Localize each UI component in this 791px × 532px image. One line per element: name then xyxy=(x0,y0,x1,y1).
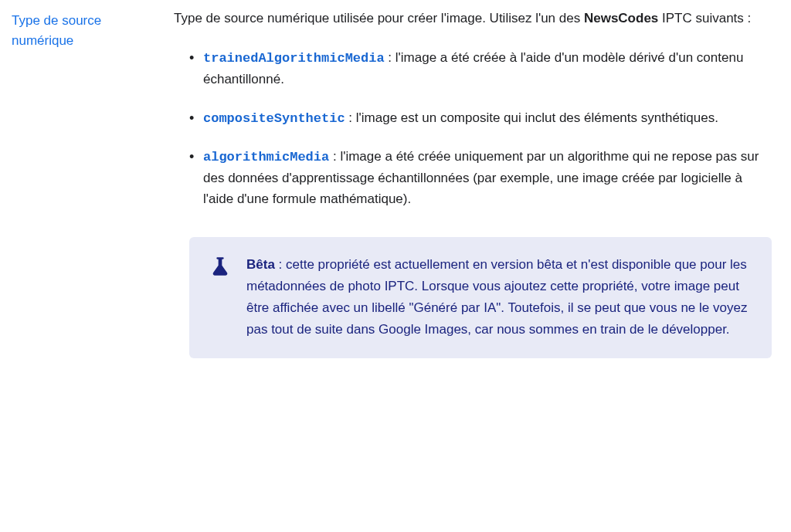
callout-label: Bêta xyxy=(246,257,275,272)
desc-bold-term: NewsCodes xyxy=(584,11,658,25)
value-code: compositeSynthetic xyxy=(203,111,345,126)
flask-icon xyxy=(209,256,231,277)
list-item: compositeSynthetic : l'image est un comp… xyxy=(189,107,772,129)
property-description: Type de source numérique utilisée pour c… xyxy=(174,8,772,29)
desc-text-before: Type de source numérique utilisée pour c… xyxy=(174,11,584,25)
value-code: trainedAlgorithmicMedia xyxy=(203,51,385,66)
beta-callout: Bêta : cette propriété est actuellement … xyxy=(189,237,772,357)
property-name-link[interactable]: Type de source numérique xyxy=(12,11,151,50)
list-item: algorithmicMedia : l'image a été créée u… xyxy=(189,146,772,210)
values-list: trainedAlgorithmicMedia : l'image a été … xyxy=(174,47,772,209)
callout-text: : cette propriété est actuellement en ve… xyxy=(246,257,747,337)
list-item: trainedAlgorithmicMedia : l'image a été … xyxy=(189,47,772,90)
callout-body: Bêta : cette propriété est actuellement … xyxy=(246,254,752,341)
value-code: algorithmicMedia xyxy=(203,150,329,164)
desc-text-after: IPTC suivants : xyxy=(658,11,751,25)
value-desc: : l'image est un composite qui inclut de… xyxy=(345,110,718,125)
